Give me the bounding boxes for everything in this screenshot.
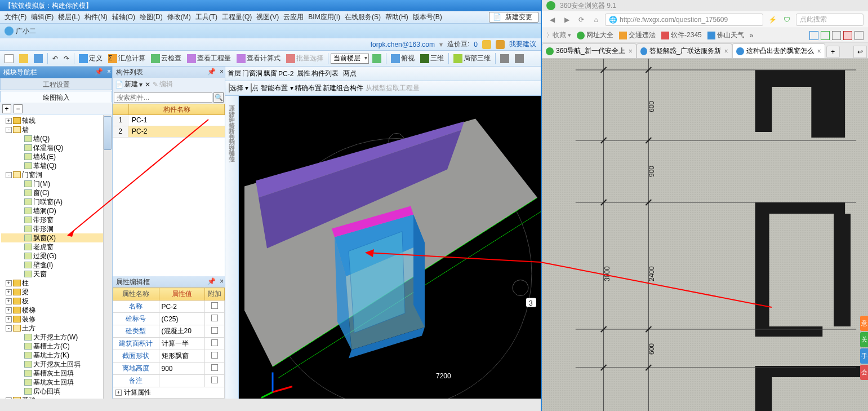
component-row[interactable]: 2PC-2	[113, 126, 225, 138]
calc-property-row[interactable]: +计算属性	[113, 387, 225, 399]
tree-node[interactable]: 窗(C)	[1, 188, 111, 197]
cat-select[interactable]: 门窗洞	[242, 69, 262, 78]
sub-select[interactable]: 飘窗	[264, 69, 277, 78]
property-row[interactable]: 砼标号(C25)	[113, 313, 225, 325]
ext-icon-2[interactable]	[821, 31, 830, 40]
tree-node[interactable]: 带形洞	[1, 224, 111, 233]
tree-node[interactable]: +装修	[1, 315, 111, 324]
tree-node[interactable]: 过梁(G)	[1, 251, 111, 260]
delete-component-button[interactable]: ✕	[145, 81, 150, 89]
tree-node[interactable]: 天窗	[1, 269, 111, 279]
list-button[interactable]: 构件列表	[311, 69, 339, 78]
batch-button[interactable]: 批量选择	[284, 52, 326, 64]
tree-node[interactable]: 飘窗(X)	[1, 233, 111, 242]
item-select[interactable]: PC-2	[278, 70, 293, 78]
menu-version[interactable]: 版本号(B)	[411, 11, 444, 23]
viewqty-button[interactable]: 查看工程量	[185, 52, 233, 64]
new-button[interactable]	[2, 53, 16, 64]
ext-icon-4[interactable]	[854, 31, 863, 40]
tree-node[interactable]: 墙(Q)	[1, 134, 111, 143]
tree-node[interactable]: 基坑土方(K)	[1, 351, 111, 360]
menu-floor[interactable]: 楼层(L)	[56, 11, 82, 23]
property-row[interactable]: 砼类型(混凝土20	[113, 325, 225, 338]
shield-icon[interactable]: 🛡	[781, 14, 793, 25]
tree-node[interactable]: 房心回填	[1, 387, 111, 396]
tree-node[interactable]: 门(M)	[1, 179, 111, 188]
home-button[interactable]: ⌂	[590, 14, 602, 25]
search-input[interactable]	[114, 92, 212, 103]
tree-node[interactable]: 大开挖土方(W)	[1, 333, 111, 342]
tree-node[interactable]: +轴线	[1, 116, 111, 125]
pin-icon[interactable]: 📌	[207, 68, 216, 76]
close-icon[interactable]: ×	[220, 68, 224, 76]
3d-view[interactable]: 7200 3	[239, 96, 541, 399]
tree-node[interactable]: 基坑灰土回填	[1, 378, 111, 387]
lightning-icon[interactable]: ⚡	[767, 14, 778, 25]
menu-online[interactable]: 在线服务(S)	[342, 11, 383, 23]
tree-node[interactable]: -基础	[1, 396, 111, 399]
viewcalc-button[interactable]: 查看计算式	[234, 52, 283, 64]
tree-node[interactable]: -门窗洞	[1, 170, 111, 179]
menu-help[interactable]: 帮助(H)	[383, 11, 411, 23]
menu-draw[interactable]: 绘图(D)	[137, 11, 165, 23]
property-row[interactable]: 备注	[113, 375, 225, 387]
url-bar[interactable]: 🌐http://e.fwxgx.com/question_175609	[605, 14, 763, 26]
menu-modify[interactable]: 修改(M)	[165, 11, 193, 23]
tree-node[interactable]: +楼梯	[1, 306, 111, 315]
smart-button[interactable]: 智能布置 ▾	[261, 83, 293, 93]
cloudcheck-button[interactable]: 云检查	[149, 52, 184, 64]
tab-project-settings[interactable]: 工程设置	[0, 78, 112, 90]
tree-node[interactable]: +梁	[1, 288, 111, 297]
tree-node[interactable]: 基槽灰土回填	[1, 369, 111, 378]
property-row[interactable]: 离地高度900	[113, 363, 225, 375]
close-icon[interactable]: ×	[220, 277, 224, 285]
save-button[interactable]	[32, 53, 45, 64]
menu-bim[interactable]: BIM应用(I)	[306, 11, 342, 23]
sum-button[interactable]: Σ汇总计算	[106, 52, 148, 64]
collapse-all-button[interactable]: −	[14, 104, 23, 113]
back-button[interactable]: ◀	[546, 14, 558, 25]
suggest-link[interactable]: 我要建议	[509, 39, 536, 49]
tree-node[interactable]: 墙洞(D)	[1, 206, 111, 215]
restore-tab-button[interactable]: ↩	[853, 46, 867, 58]
new-component-button[interactable]: 📄 新建 ▾	[115, 79, 143, 89]
bookmark-3[interactable]: 软件-2345	[661, 30, 702, 40]
tree-node[interactable]: 壁龛(I)	[1, 260, 111, 269]
forward-button[interactable]: ▶	[561, 14, 572, 25]
tree-node[interactable]: +板	[1, 297, 111, 306]
open-button[interactable]	[17, 53, 30, 64]
tab-close-icon[interactable]: ×	[724, 47, 728, 55]
tree-node[interactable]: 带形窗	[1, 215, 111, 224]
local3d-button[interactable]: 局部三维	[451, 52, 493, 64]
model-button[interactable]: 从模型提取工程量	[366, 83, 420, 93]
ext-icon-3[interactable]	[832, 31, 841, 40]
floor-select[interactable]: 首层	[228, 69, 241, 78]
menu-file[interactable]: 文件(F)	[2, 11, 29, 23]
topview-button[interactable]: 俯视	[389, 52, 417, 64]
ext-icon-ad[interactable]	[843, 31, 852, 40]
component-row[interactable]: 1PC-1	[113, 115, 225, 126]
browser-tab-1[interactable]: 360导航_新一代安全上×	[542, 43, 636, 58]
email-link[interactable]: forpk.chen@163.com	[371, 41, 435, 48]
prop-button[interactable]: 属性	[297, 69, 310, 78]
side-tab-3[interactable]: 手	[860, 348, 868, 364]
tree-scrollbar[interactable]	[103, 115, 112, 399]
pin-icon[interactable]: 📌	[207, 277, 216, 285]
tree-node[interactable]: +柱	[1, 279, 111, 288]
menu-edit[interactable]: 编辑(E)	[29, 11, 56, 23]
floor-combo[interactable]: 当前楼层	[331, 54, 369, 64]
tree-node[interactable]: -墙	[1, 125, 111, 134]
property-row[interactable]: 名称PC-2	[113, 300, 225, 313]
tab-close-icon[interactable]: ×	[817, 47, 821, 55]
pin-icon[interactable]: 📌	[95, 68, 103, 76]
precise-button[interactable]: 精确布置	[295, 83, 322, 93]
side-tab-2[interactable]: 关	[860, 332, 868, 347]
select-button[interactable]: 选择 ▾	[229, 83, 248, 93]
combo-button[interactable]: 新建组合构件	[323, 83, 363, 93]
tree-node[interactable]: 幕墙(Q)	[1, 161, 111, 170]
redo-button[interactable]: ↷	[61, 54, 72, 64]
undo-button[interactable]: ↶	[50, 54, 60, 64]
browser-search[interactable]: 点此搜索	[796, 14, 863, 26]
property-row[interactable]: 截面形状矩形飘窗	[113, 350, 225, 363]
reload-button[interactable]: ⟳	[576, 14, 587, 25]
